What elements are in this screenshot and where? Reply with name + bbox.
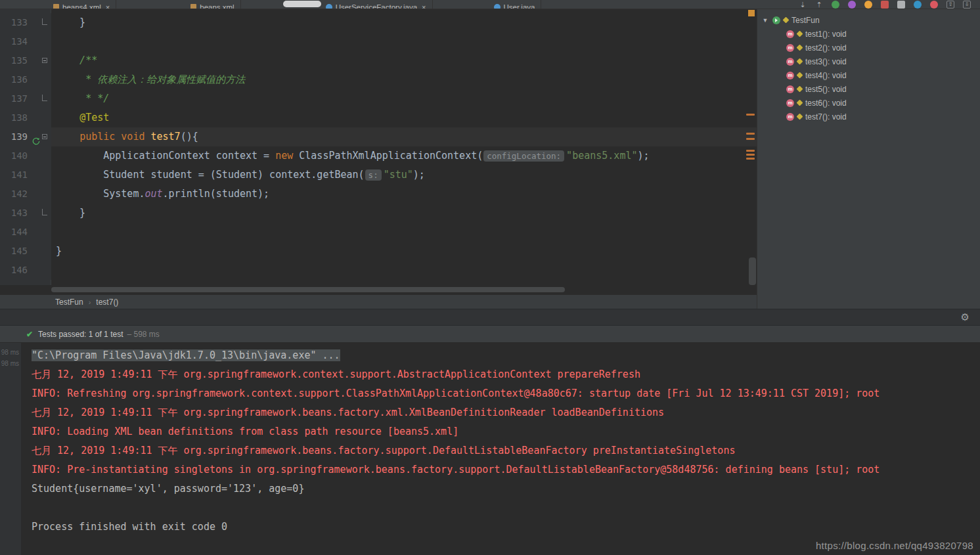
console-duration-label: 98 ms [0, 358, 19, 369]
scroll-down-icon[interactable]: ⇣ [799, 1, 807, 9]
structure-panel: ▼ TestFun mtest1(): voidmtest2(): voidmt… [757, 9, 980, 309]
highlight-pill [283, 1, 321, 7]
ide-window: beans4.xml×beans.xmlUserServiceFactory.j… [0, 0, 980, 555]
gutter-marks [30, 108, 51, 127]
tree-item-label: test6(): void [805, 99, 847, 108]
tree-item-label: test4(): void [805, 71, 847, 80]
visibility-badge-icon [797, 86, 803, 93]
code-line: 146 [0, 261, 757, 280]
code-text: Student student = (Student) context.getB… [51, 166, 425, 185]
breadcrumb: TestFun › test7() [0, 294, 757, 309]
line-number: 139 [0, 127, 30, 146]
tree-item-test7[interactable]: mtest7(): void [757, 110, 980, 123]
fold-end-icon[interactable] [42, 95, 47, 101]
error-stripe-top-marker[interactable] [748, 10, 755, 16]
method-icon: m [786, 99, 794, 107]
editor-tab[interactable]: beans.xml [185, 0, 240, 9]
tree-item-test2[interactable]: mtest2(): void [757, 41, 980, 55]
console-line: 七月 12, 2019 1:49:11 下午 org.springframewo… [32, 365, 980, 384]
code-token: ); [637, 150, 649, 162]
rerun-test-icon[interactable] [32, 133, 40, 141]
tree-item-test4[interactable]: mtest4(): void [757, 68, 980, 82]
main-toolbar-icons: ⇣⇡⇧⇩ [799, 0, 971, 9]
gear-icon[interactable]: ⚙ [961, 311, 969, 323]
editor-tab[interactable]: UserServiceFactory.java× [320, 0, 433, 9]
code-token: ClassPathXmlApplicationContext( [293, 150, 483, 162]
tree-item-test3[interactable]: mtest3(): void [757, 55, 980, 68]
tree-root-testfun[interactable]: ▼ TestFun [757, 13, 980, 27]
red-square-icon[interactable] [881, 1, 889, 9]
purple-circle-icon[interactable] [848, 1, 856, 9]
error-stripe-mark[interactable] [746, 138, 755, 140]
blue-circle-icon[interactable] [914, 1, 922, 9]
error-stripe-mark[interactable] [746, 158, 755, 160]
code-text: } [51, 242, 62, 261]
code-text [51, 261, 56, 280]
horizontal-scrollbar[interactable] [51, 287, 565, 292]
code-token: } [56, 207, 85, 219]
boxed-down-arrow-icon[interactable]: ⇩ [963, 1, 971, 9]
error-stripe-mark[interactable] [746, 154, 755, 156]
tree-item-test5[interactable]: mtest5(): void [757, 82, 980, 96]
fold-collapse-icon[interactable] [42, 134, 47, 139]
line-number: 145 [0, 242, 30, 261]
error-stripe-mark[interactable] [746, 114, 755, 116]
console-line-text: 七月 12, 2019 1:49:11 下午 org.springframewo… [32, 368, 640, 380]
boxed-up-arrow-icon[interactable]: ⇧ [947, 1, 954, 9]
chevron-down-icon[interactable]: ▼ [761, 17, 769, 24]
tree-item-test1[interactable]: mtest1(): void [757, 27, 980, 41]
code-text: * 依赖注入：给对象属性赋值的方法 [51, 70, 245, 89]
breadcrumb-method[interactable]: test7() [96, 298, 118, 307]
java-class-icon [326, 4, 332, 9]
test-class-icon [772, 16, 780, 24]
console-line-text: INFO: Loading XML bean definitions from … [32, 426, 458, 437]
scroll-up-icon[interactable]: ⇡ [815, 1, 823, 9]
close-icon[interactable]: × [106, 3, 110, 9]
orange-circle-icon[interactable] [864, 1, 872, 9]
tree-item-label: test7(): void [805, 112, 847, 122]
code-editor[interactable]: 133 }134135 /**136 * 依赖注入：给对象属性赋值的方法137 … [0, 9, 757, 285]
code-token: .println(student); [163, 188, 270, 200]
editor-tab[interactable]: beans4.xml× [47, 0, 116, 9]
code-token: } [56, 16, 85, 28]
breadcrumb-class[interactable]: TestFun [55, 298, 83, 307]
vertical-scrollbar[interactable] [749, 257, 756, 285]
gutter-marks [30, 70, 51, 89]
tab-label: User.java [504, 3, 535, 9]
console-line-text: Process finished with exit code 0 [32, 521, 227, 533]
method-icon: m [786, 72, 794, 79]
code-line: 142 System.out.println(student); [0, 185, 757, 204]
console-duration-label: 98 ms [0, 347, 19, 358]
green-circle-icon[interactable] [832, 1, 839, 9]
run-console[interactable]: 98 ms98 ms "C:\Program Files\Java\jdk1.7… [0, 343, 980, 555]
gray-pin-icon[interactable] [897, 1, 905, 9]
test-status-duration: – 598 ms [127, 330, 159, 339]
visibility-badge-icon [797, 72, 803, 79]
tree-item-test6[interactable]: mtest6(): void [757, 96, 980, 110]
code-token: Student student = (Student) context.getB… [56, 169, 365, 181]
code-text: * */ [51, 89, 109, 108]
editor-tab[interactable]: User.java [488, 0, 542, 9]
fold-end-icon[interactable] [42, 18, 47, 25]
line-number: 133 [0, 13, 30, 32]
line-number: 137 [0, 89, 30, 108]
error-stripe-mark[interactable] [746, 150, 755, 152]
code-line: 144 [0, 223, 757, 242]
xml-file-icon [190, 4, 196, 10]
parameter-hint: configLocation: [483, 150, 564, 162]
code-token: "beans5.xml" [566, 150, 637, 162]
fold-end-icon[interactable] [42, 209, 47, 215]
code-token: out [145, 188, 162, 200]
line-number: 142 [0, 185, 30, 204]
code-token [56, 131, 79, 143]
code-text: } [51, 204, 85, 223]
close-icon[interactable]: × [422, 3, 426, 9]
visibility-badge-icon [797, 114, 803, 120]
code-token: * */ [56, 93, 109, 104]
code-line: 139 public void test7(){ [0, 127, 757, 146]
error-stripe-mark[interactable] [746, 133, 755, 135]
code-line: 145} [0, 242, 757, 261]
code-text: public void test7(){ [51, 127, 198, 146]
red-circle-icon[interactable] [930, 1, 938, 9]
fold-collapse-icon[interactable] [42, 58, 47, 63]
